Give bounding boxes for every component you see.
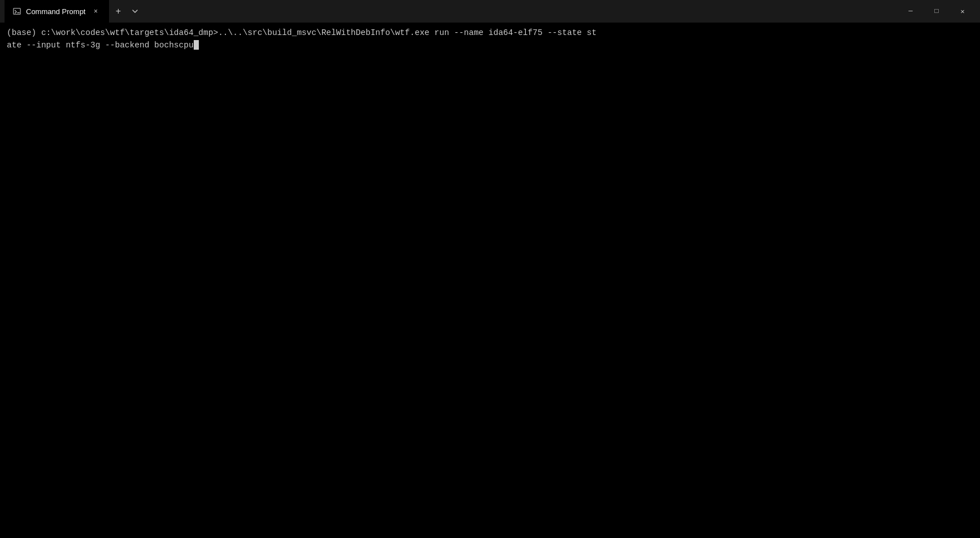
new-tab-button[interactable]: + [109, 2, 127, 20]
active-tab[interactable]: Command Prompt × [5, 0, 109, 23]
window-controls: — □ ✕ [898, 0, 975, 23]
close-tab-button[interactable]: × [90, 6, 101, 17]
maximize-button[interactable]: □ [924, 0, 949, 23]
cursor [194, 40, 199, 50]
terminal-body[interactable]: (base) c:\work\codes\wtf\targets\ida64_d… [0, 23, 980, 538]
svg-rect-0 [14, 8, 20, 15]
tab-area: Command Prompt × + [5, 0, 893, 23]
command-line-1: (base) c:\work\codes\wtf\targets\ida64_d… [7, 27, 973, 40]
command-line-2: ate --input ntfs-3g --backend bochscpu [7, 40, 973, 52]
tab-title: Command Prompt [26, 7, 85, 16]
terminal-icon [12, 7, 21, 16]
title-bar: Command Prompt × + — □ ✕ [0, 0, 980, 23]
close-window-button[interactable]: ✕ [949, 0, 975, 23]
dropdown-button[interactable] [127, 3, 143, 19]
minimize-button[interactable]: — [898, 0, 924, 23]
